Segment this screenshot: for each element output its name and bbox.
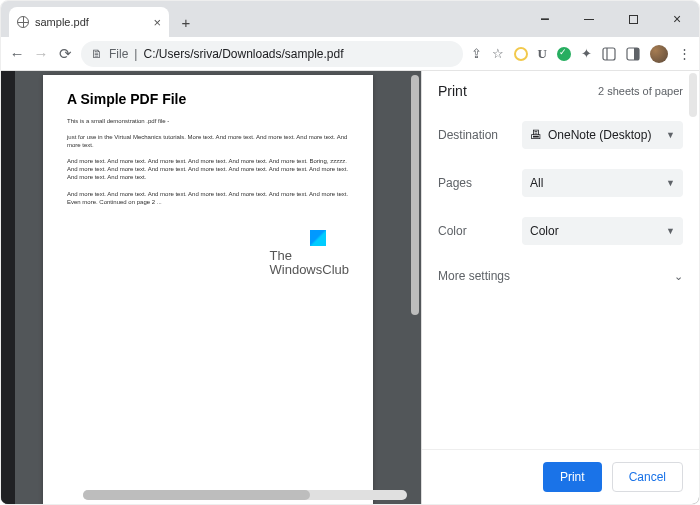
content-area: A Simple PDF File This is a small demons… bbox=[1, 71, 699, 504]
close-tab-icon[interactable]: × bbox=[153, 15, 161, 30]
url-scheme-label: File bbox=[109, 47, 128, 61]
doc-paragraph: And more text. And more text. And more t… bbox=[67, 190, 349, 206]
watermark-logo-icon bbox=[310, 230, 326, 246]
extension-icon-u[interactable]: U bbox=[538, 46, 547, 62]
destination-value: OneNote (Desktop) bbox=[548, 128, 651, 142]
reload-button[interactable]: ⟳ bbox=[57, 45, 73, 63]
print-dialog-header: Print 2 sheets of paper bbox=[422, 71, 699, 105]
doc-paragraph: This is a small demonstration .pdf file … bbox=[67, 117, 349, 125]
chevron-down-icon: ▼ bbox=[666, 226, 675, 236]
pages-select[interactable]: All ▼ bbox=[522, 169, 683, 197]
print-dialog-body: Destination 🖶 OneNote (Desktop) ▼ Pages … bbox=[422, 105, 699, 303]
destination-select[interactable]: 🖶 OneNote (Desktop) ▼ bbox=[522, 121, 683, 149]
watermark-text-2: WindowsClub bbox=[270, 263, 349, 277]
back-button[interactable]: ← bbox=[9, 45, 25, 62]
watermark-text-1: The bbox=[270, 249, 349, 263]
print-title: Print bbox=[438, 83, 467, 99]
print-dialog-footer: Print Cancel bbox=[422, 449, 699, 504]
maximize-icon bbox=[629, 15, 638, 24]
sheet-count: 2 sheets of paper bbox=[598, 85, 683, 97]
tab-title: sample.pdf bbox=[35, 16, 147, 28]
new-tab-button[interactable]: + bbox=[173, 9, 199, 35]
reading-list-icon[interactable] bbox=[626, 47, 640, 61]
globe-icon bbox=[17, 16, 29, 28]
chevron-down-icon: ▼ bbox=[666, 178, 675, 188]
chevron-down-icon: ▼ bbox=[666, 130, 675, 140]
extension-icon-grammarly[interactable] bbox=[557, 47, 571, 61]
destination-row: Destination 🖶 OneNote (Desktop) ▼ bbox=[422, 111, 699, 159]
url-path: C:/Users/sriva/Downloads/sample.pdf bbox=[143, 47, 343, 61]
window-minimize-button[interactable] bbox=[567, 1, 611, 37]
profile-avatar[interactable] bbox=[650, 45, 668, 63]
window-close-button[interactable]: × bbox=[655, 1, 699, 37]
pdf-viewer-gutter bbox=[1, 71, 15, 504]
color-value: Color bbox=[530, 224, 559, 238]
destination-label: Destination bbox=[438, 128, 522, 142]
print-preview-area: A Simple PDF File This is a small demons… bbox=[1, 71, 421, 504]
doc-title: A Simple PDF File bbox=[67, 91, 349, 107]
browser-tab[interactable]: sample.pdf × bbox=[9, 7, 169, 37]
pages-label: Pages bbox=[438, 176, 522, 190]
close-icon: × bbox=[673, 11, 681, 27]
file-icon: 🗎 bbox=[91, 47, 103, 61]
print-button-label: Print bbox=[560, 470, 585, 484]
side-panel-icon[interactable] bbox=[602, 47, 616, 61]
panel-vertical-scrollbar[interactable] bbox=[689, 73, 697, 117]
browser-toolbar: ← → ⟳ 🗎 File | C:/Users/sriva/Downloads/… bbox=[1, 37, 699, 71]
extensions-menu-icon[interactable]: ✦ bbox=[581, 46, 592, 61]
window-maximize-button[interactable] bbox=[611, 1, 655, 37]
titlebar: sample.pdf × + – × bbox=[1, 1, 699, 37]
minimize-icon bbox=[584, 19, 594, 20]
window-dash-button[interactable]: – bbox=[523, 1, 567, 37]
preview-vertical-scrollbar[interactable] bbox=[411, 75, 419, 315]
doc-paragraph: And more text. And more text. And more t… bbox=[67, 157, 349, 181]
share-icon[interactable]: ⇪ bbox=[471, 46, 482, 61]
forward-button[interactable]: → bbox=[33, 45, 49, 62]
horizontal-scrollbar-thumb[interactable] bbox=[83, 490, 310, 500]
cancel-button[interactable]: Cancel bbox=[612, 462, 683, 492]
address-bar[interactable]: 🗎 File | C:/Users/sriva/Downloads/sample… bbox=[81, 41, 463, 67]
printer-icon: 🖶 bbox=[530, 128, 542, 142]
dash-icon: – bbox=[541, 10, 550, 28]
svg-rect-3 bbox=[634, 48, 639, 60]
color-label: Color bbox=[438, 224, 522, 238]
svg-rect-0 bbox=[603, 48, 615, 60]
preview-page: A Simple PDF File This is a small demons… bbox=[43, 75, 373, 504]
bookmark-icon[interactable]: ☆ bbox=[492, 46, 504, 61]
toolbar-actions: ⇪ ☆ U ✦ ⋮ bbox=[471, 45, 691, 63]
extension-icon-1[interactable] bbox=[514, 47, 528, 61]
print-button[interactable]: Print bbox=[543, 462, 602, 492]
watermark: The WindowsClub bbox=[270, 230, 349, 278]
pages-row: Pages All ▼ bbox=[422, 159, 699, 207]
print-dialog: Print 2 sheets of paper Destination 🖶 On… bbox=[421, 71, 699, 504]
pages-value: All bbox=[530, 176, 543, 190]
horizontal-scrollbar-track[interactable] bbox=[83, 490, 407, 500]
color-row: Color Color ▼ bbox=[422, 207, 699, 255]
doc-paragraph: just for use in the Virtual Mechanics tu… bbox=[67, 133, 349, 149]
url-divider: | bbox=[134, 47, 137, 61]
cancel-button-label: Cancel bbox=[629, 470, 666, 484]
window-controls: – × bbox=[523, 1, 699, 37]
more-settings-toggle[interactable]: More settings ⌄ bbox=[422, 255, 699, 297]
menu-icon[interactable]: ⋮ bbox=[678, 46, 691, 61]
chevron-down-icon: ⌄ bbox=[674, 270, 683, 283]
color-select[interactable]: Color ▼ bbox=[522, 217, 683, 245]
more-settings-label: More settings bbox=[438, 269, 510, 283]
